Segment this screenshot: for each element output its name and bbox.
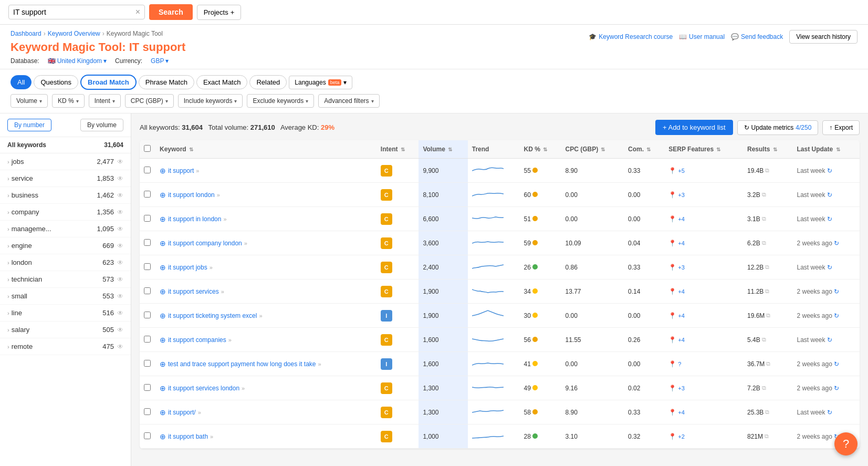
copy-results-icon: ⧉	[765, 288, 769, 295]
kd-dot-indicator	[532, 168, 538, 173]
volume-filter[interactable]: Volume ▾	[11, 94, 48, 108]
refresh-icon[interactable]: ↻	[827, 215, 832, 223]
database-country[interactable]: 🇬🇧 United Kingdom ▾	[48, 57, 107, 65]
tab-related[interactable]: Related	[249, 75, 287, 89]
sidebar-item[interactable]: ›technician573👁	[0, 271, 131, 288]
tab-phrase-match[interactable]: Phrase Match	[139, 75, 194, 89]
clear-search-icon[interactable]: ×	[135, 7, 140, 17]
add-to-keyword-list-button[interactable]: + Add to keyword list	[655, 120, 733, 135]
tab-exact-match[interactable]: Exact Match	[196, 75, 248, 89]
view-search-history-button[interactable]: View search history	[789, 30, 857, 44]
refresh-icon[interactable]: ↻	[827, 167, 832, 174]
projects-button[interactable]: Projects +	[197, 5, 242, 20]
export-button[interactable]: ↑ Export	[822, 120, 860, 135]
row-checkbox[interactable]	[144, 263, 151, 270]
sidebar-item[interactable]: ›london623👁	[0, 254, 131, 271]
languages-button[interactable]: Languages beta ▾	[289, 76, 352, 89]
row-checkbox[interactable]	[144, 384, 151, 391]
row-checkbox[interactable]	[144, 312, 151, 318]
keyword-link[interactable]: ⊕ it support london »	[160, 191, 372, 199]
last-update-column-header[interactable]: Last Update ⇅	[792, 140, 860, 159]
keyword-link[interactable]: ⊕ it support company london »	[160, 239, 372, 247]
row-checkbox[interactable]	[144, 239, 151, 246]
refresh-icon[interactable]: ↻	[827, 409, 832, 416]
keyword-link[interactable]: ⊕ it support/ »	[160, 408, 372, 417]
keyword-link[interactable]: ⊕ it support companies »	[160, 336, 372, 344]
by-volume-button[interactable]: By volume	[80, 119, 123, 131]
keyword-link[interactable]: ⊕ it support bath »	[160, 432, 372, 441]
com-cell: 0.00	[624, 183, 664, 207]
serp-column-header[interactable]: SERP Features ⇅	[664, 140, 743, 159]
intent-column-header[interactable]: Intent ⇅	[377, 140, 419, 159]
refresh-icon[interactable]: ↻	[834, 360, 839, 368]
row-checkbox[interactable]	[144, 287, 151, 294]
send-feedback-link[interactable]: 💬 Send feedback	[731, 33, 783, 40]
row-checkbox[interactable]	[144, 336, 151, 343]
breadcrumb-keyword-overview[interactable]: Keyword Overview	[48, 30, 100, 37]
sidebar-item[interactable]: ›manageme...1,095👁	[0, 221, 131, 237]
sidebar-item[interactable]: ›jobs2,477👁	[0, 153, 131, 170]
update-metrics-button[interactable]: ↻ Update metrics 4/250	[737, 120, 819, 135]
row-checkbox[interactable]	[144, 215, 151, 222]
sidebar-item[interactable]: ›service1,853👁	[0, 170, 131, 187]
keyword-link[interactable]: ⊕ it support »	[160, 167, 372, 175]
tab-questions[interactable]: Questions	[34, 75, 78, 89]
sidebar-item[interactable]: ›company1,356👁	[0, 204, 131, 221]
keyword-link[interactable]: ⊕ it support ticketing system excel »	[160, 312, 372, 320]
refresh-icon[interactable]: ↻	[827, 264, 832, 271]
search-button[interactable]: Search	[149, 4, 193, 20]
serp-count: +4	[678, 409, 685, 416]
row-checkbox[interactable]	[144, 167, 151, 173]
kd-column-header[interactable]: KD % ⇅	[520, 140, 561, 159]
cpc-filter[interactable]: CPC (GBP) ▾	[125, 94, 174, 108]
refresh-icon[interactable]: ↻	[827, 191, 832, 199]
refresh-icon[interactable]: ↻	[834, 240, 839, 247]
refresh-icon[interactable]: ↻	[827, 336, 832, 344]
top-bar: × Search Projects +	[0, 0, 868, 25]
add-project-icon[interactable]: +	[231, 8, 235, 16]
row-checkbox[interactable]	[144, 408, 151, 415]
sidebar-item[interactable]: ›business1,462👁	[0, 187, 131, 204]
select-all-checkbox[interactable]	[144, 145, 151, 152]
row-checkbox[interactable]	[144, 191, 151, 198]
kd-filter[interactable]: KD % ▾	[52, 94, 85, 108]
sidebar-item[interactable]: ›line516👁	[0, 305, 131, 322]
user-manual-link[interactable]: 📖 User manual	[679, 33, 725, 40]
refresh-icon[interactable]: ↻	[834, 288, 839, 295]
results-column-header[interactable]: Results ⇅	[743, 140, 793, 159]
by-number-button[interactable]: By number	[7, 119, 51, 131]
row-checkbox[interactable]	[144, 360, 151, 367]
keyword-research-course-link[interactable]: 🎓 Keyword Research course	[589, 33, 673, 40]
keyword-column-header[interactable]: Keyword ⇅	[155, 140, 377, 159]
keyword-link[interactable]: ⊕ it support jobs »	[160, 263, 372, 272]
volume-column-header[interactable]: Volume ⇅	[419, 140, 467, 159]
keyword-link[interactable]: ⊕ it support services london »	[160, 384, 372, 392]
breadcrumb-dashboard[interactable]: Dashboard	[11, 30, 41, 37]
row-checkbox[interactable]	[144, 432, 151, 439]
tab-broad-match[interactable]: Broad Match	[80, 75, 137, 90]
sidebar-item[interactable]: ›salary505👁	[0, 322, 131, 338]
total-volume-value: 271,610	[250, 123, 275, 131]
include-keywords-filter[interactable]: Include keywords ▾	[178, 94, 243, 108]
serp-count: +4	[678, 288, 685, 295]
sidebar-item[interactable]: ›small553👁	[0, 288, 131, 305]
sidebar-item[interactable]: ›engine669👁	[0, 237, 131, 254]
help-button[interactable]: ?	[834, 432, 857, 455]
advanced-filters[interactable]: Advanced filters ▾	[318, 94, 379, 108]
sidebar-item[interactable]: ›remote475👁	[0, 338, 131, 355]
search-input[interactable]	[13, 8, 135, 16]
keyword-link[interactable]: ⊕ it support services »	[160, 287, 372, 296]
intent-filter[interactable]: Intent ▾	[89, 94, 121, 108]
refresh-icon[interactable]: ↻	[834, 385, 839, 392]
com-column-header[interactable]: Com. ⇅	[624, 140, 664, 159]
currency-value[interactable]: GBP ▾	[151, 57, 169, 65]
serp-count: +5	[678, 168, 685, 174]
cpc-column-header[interactable]: CPC (GBP) ⇅	[561, 140, 624, 159]
refresh-icon[interactable]: ↻	[834, 312, 839, 319]
keyword-link[interactable]: ⊕ it support in london »	[160, 215, 372, 223]
tab-all[interactable]: All	[11, 75, 32, 89]
exclude-keywords-filter[interactable]: Exclude keywords ▾	[247, 94, 314, 108]
last-update-cell: Last week ↻	[792, 183, 860, 207]
keyword-link[interactable]: ⊕ test and trace support payment how lon…	[160, 360, 372, 368]
trend-sparkline	[472, 308, 504, 321]
